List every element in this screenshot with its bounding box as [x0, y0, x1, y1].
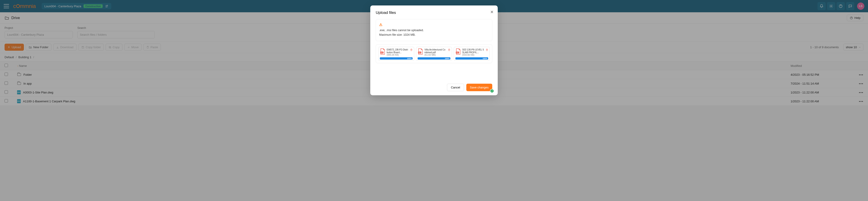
upload-file-card: PDF Villa Architectural Combined.pdf(51.… — [416, 47, 452, 61]
pdf-file-icon: PDF — [380, 48, 385, 55]
pdf-file-icon: PDF — [455, 48, 461, 55]
save-label: Save changes — [470, 86, 489, 89]
progress-bar: 100% — [455, 57, 488, 60]
progress-text: 100% — [483, 57, 487, 59]
warning-line2: Maximum file size: 1024 MB. — [379, 33, 489, 36]
warning-line1: .exe, .msi files cannot be uploaded. — [379, 29, 489, 32]
modal-footer: Cancel Save changes 2 — [376, 84, 492, 91]
svg-text:PDF: PDF — [381, 52, 383, 53]
warning-icon: ⚠ — [379, 23, 489, 27]
trash-icon[interactable] — [410, 48, 413, 51]
close-icon[interactable]: ✕ — [490, 9, 494, 14]
trash-icon[interactable] — [486, 48, 488, 51]
pdf-file-icon: PDF — [417, 48, 423, 55]
upload-file-name: S02:130-P8-LEVEL 5 SLAB PROFIL...(593.66… — [462, 48, 484, 56]
svg-text:PDF: PDF — [456, 52, 459, 53]
upload-file-card: PDF EW072_DB-P2-Distribution Board...(98… — [378, 47, 414, 61]
warning-box: ⚠ .exe, .msi files cannot be uploaded. M… — [376, 19, 492, 41]
upload-files-box: PDF EW072_DB-P2-Distribution Board...(98… — [376, 44, 492, 63]
svg-text:PDF: PDF — [418, 52, 421, 53]
save-button[interactable]: Save changes 2 — [466, 84, 492, 91]
badge-count: 2 — [490, 89, 494, 93]
upload-file-name: Villa Architectural Combined.pdf(51.83 M… — [425, 48, 446, 56]
upload-modal: ✕ Upload files ⚠ .exe, .msi files cannot… — [370, 5, 498, 95]
modal-overlay: ✕ Upload files ⚠ .exe, .msi files cannot… — [0, 0, 868, 106]
progress-text: 100% — [445, 57, 450, 59]
progress-text: 100% — [407, 57, 412, 59]
progress-bar: 100% — [380, 57, 413, 60]
upload-file-name: EW072_DB-P2-Distribution Board...(985.04… — [387, 48, 409, 56]
progress-bar: 100% — [417, 57, 451, 60]
upload-file-card: PDF S02:130-P8-LEVEL 5 SLAB PROFIL...(59… — [454, 47, 490, 61]
modal-title: Upload files — [376, 10, 492, 15]
cancel-button[interactable]: Cancel — [447, 84, 464, 91]
trash-icon[interactable] — [448, 48, 451, 51]
